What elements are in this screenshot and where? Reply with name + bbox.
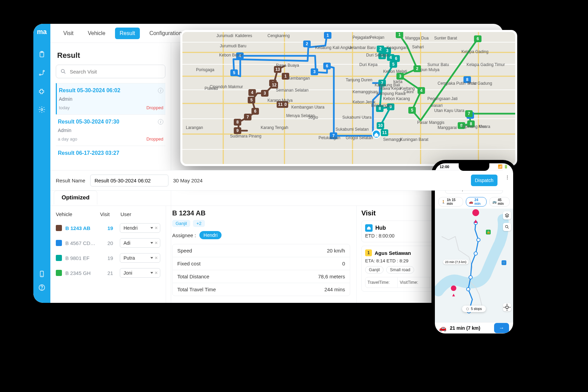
svg-text:Kebon Melati: Kebon Melati — [383, 69, 407, 74]
vehicle-row[interactable]: B 9801 EF19Putra✕ — [55, 250, 161, 265]
phone-map[interactable]: 🔒 🛒 23 min (7,5 km) 5 stops — [435, 209, 513, 322]
optimized-tab[interactable]: Optimized — [54, 191, 97, 205]
svg-text:Duri Selatan: Duri Selatan — [366, 53, 389, 58]
svg-text:Pulo Gadung: Pulo Gadung — [468, 81, 492, 86]
route-map[interactable]: 1234567891234567891011121312345678910111… — [182, 32, 515, 164]
svg-text:1: 1 — [327, 33, 329, 38]
svg-point-160 — [477, 238, 480, 242]
search-icon[interactable] — [503, 223, 511, 231]
stat-val: 78,6 meters — [318, 274, 345, 279]
logo: ma — [37, 28, 47, 36]
stat-key: Total Travel Time — [177, 287, 216, 292]
tab-visit[interactable]: Visit — [59, 28, 78, 39]
mode-walk[interactable]: 🚶 1h 15 min — [438, 197, 463, 207]
color-swatch — [56, 240, 62, 246]
svg-text:Sukabumi Utara: Sukabumi Utara — [342, 115, 372, 120]
svg-text:Plawad: Plawad — [205, 86, 218, 91]
result-item[interactable]: Result 05-30-2024 06:02i Admin todayDrop… — [56, 83, 165, 114]
svg-text:Klen: Klen — [478, 124, 487, 129]
svg-text:wasari: wasari — [430, 103, 443, 108]
go-button[interactable]: → — [494, 323, 509, 333]
vehicle-name: B 4567 CD… — [65, 240, 101, 246]
map-card[interactable]: 1234567891234567891011121312345678910111… — [180, 30, 517, 166]
svg-text:3: 3 — [399, 74, 402, 79]
vehicle-row[interactable]: B 1243 AB19Hendri✕ — [55, 220, 161, 235]
svg-text:Mangga Dua: Mangga Dua — [405, 36, 429, 40]
stat-val: 0 — [342, 261, 345, 266]
svg-line-170 — [508, 228, 509, 229]
stops-pill[interactable]: 5 stops — [462, 306, 486, 312]
search-field[interactable] — [70, 69, 161, 75]
user-select[interactable]: Adi✕ — [120, 238, 160, 248]
tab-result[interactable]: Result — [115, 28, 140, 39]
locate-icon[interactable] — [503, 303, 511, 311]
time-col: TravelTime: — [365, 277, 397, 288]
info-icon[interactable]: i — [158, 88, 163, 93]
stat-key: Total Distance — [177, 274, 209, 279]
layers-icon[interactable] — [503, 211, 511, 219]
svg-text:Duri Kepa: Duri Kepa — [359, 62, 378, 67]
help-icon[interactable] — [37, 283, 46, 292]
svg-text:Semanan: Semanan — [276, 88, 293, 93]
result-item[interactable]: Result 05-30-2024 07:30i Admin a day ago… — [56, 114, 165, 146]
tab-vehicle[interactable]: Vehicle — [83, 28, 110, 39]
svg-point-8 — [42, 289, 42, 289]
visit-count: 20 — [101, 240, 120, 246]
svg-point-4 — [41, 109, 43, 111]
svg-text:11: 11 — [382, 130, 387, 135]
svg-text:Karang Tengah: Karang Tengah — [261, 125, 288, 130]
dispatch-button[interactable]: Dispatch — [471, 175, 497, 186]
svg-text:4: 4 — [420, 88, 423, 93]
gear-icon[interactable] — [37, 105, 46, 114]
svg-text:10: 10 — [378, 123, 383, 128]
home-icon — [365, 224, 373, 232]
svg-text:Cengkareng: Cengkareng — [267, 33, 290, 38]
app-sidebar: ma — [33, 24, 50, 303]
assignee-pill[interactable]: Hendri — [199, 231, 222, 239]
puzzle-icon[interactable] — [37, 87, 46, 96]
map-hub-icon — [372, 130, 380, 138]
phone-time: 12:00 — [440, 165, 449, 169]
svg-text:Kedaung Kali Angke: Kedaung Kali Angke — [315, 45, 352, 50]
svg-text:2: 2 — [379, 47, 382, 51]
user-select[interactable]: Hendri✕ — [120, 223, 160, 233]
mode-bus[interactable]: 🚌 45 min — [489, 197, 510, 207]
stat-val: 244 mins — [324, 287, 345, 292]
col-header: User — [120, 211, 160, 217]
stat-key: Fixed cost — [177, 261, 200, 266]
svg-text:5: 5 — [411, 108, 413, 113]
svg-point-2 — [39, 74, 41, 76]
search-input[interactable] — [56, 65, 165, 78]
visit-count: 21 — [101, 270, 120, 276]
svg-text:Kalideres: Kalideres — [235, 33, 252, 38]
svg-text:5: 5 — [250, 98, 253, 102]
clipboard-icon[interactable] — [37, 50, 46, 59]
info-icon[interactable]: i — [158, 119, 163, 125]
svg-text:Sukabumi Selatan: Sukabumi Selatan — [336, 127, 369, 132]
hub-name: Hub — [375, 225, 386, 231]
svg-text:Rawa Buaya: Rawa Buaya — [276, 63, 299, 68]
svg-text:Selatan: Selatan — [295, 88, 309, 93]
result-name-input[interactable] — [90, 175, 168, 186]
result-title: Result 05-30-2024 06:02 — [59, 87, 120, 94]
color-swatch — [56, 270, 62, 276]
result-item[interactable]: Result 06-17-2023 03:27 — [56, 146, 165, 160]
user-select[interactable]: Joni✕ — [120, 268, 160, 278]
svg-text:Pejagalan: Pejagalan — [353, 35, 371, 40]
result-when: today — [59, 105, 70, 110]
route-icon[interactable] — [37, 68, 46, 77]
more-icon[interactable]: ⋮ — [505, 175, 510, 180]
svg-text:Jati: Jati — [451, 96, 458, 101]
svg-point-162 — [469, 276, 472, 279]
mode-car[interactable]: 🚗 24 min — [466, 197, 486, 207]
result-status: Dropped — [146, 105, 163, 110]
svg-text:8: 8 — [236, 120, 239, 125]
stop-tag: Ganjil — [365, 266, 383, 274]
vehicle-row[interactable]: B 2345 GH21Joni✕ — [55, 265, 161, 280]
mobile-icon[interactable] — [37, 270, 46, 278]
svg-text:Sudimara Pinang: Sudimara Pinang — [230, 134, 261, 138]
svg-text:Kemanggisan: Kemanggisan — [353, 89, 377, 94]
user-select[interactable]: Putra✕ — [120, 253, 160, 263]
vehicle-row[interactable]: B 4567 CD…20Adi✕ — [55, 235, 161, 250]
svg-text:Porisgaga: Porisgaga — [196, 67, 214, 72]
